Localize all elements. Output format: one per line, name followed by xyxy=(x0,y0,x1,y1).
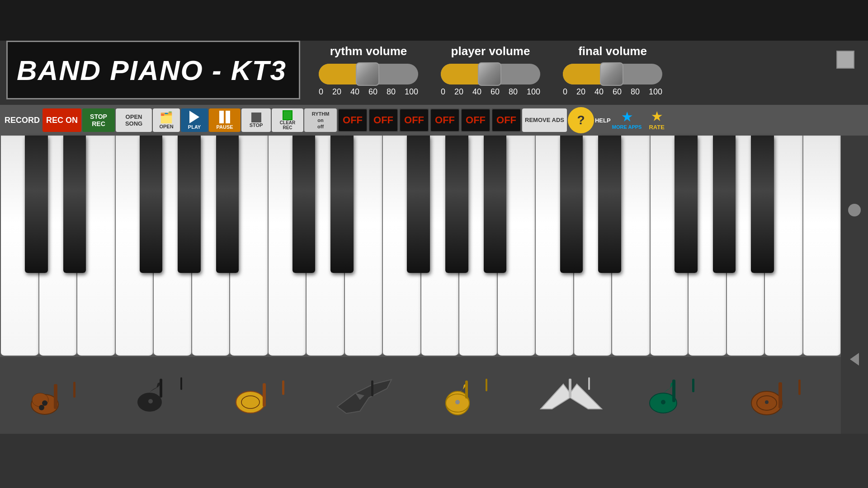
remove-ads-button[interactable]: REMOVE ADS xyxy=(522,108,567,132)
open-button[interactable]: 🗂️ OPEN xyxy=(153,108,180,132)
pause-button[interactable]: PAUSE xyxy=(209,108,241,132)
guitar-4[interactable] xyxy=(330,366,407,425)
guitar-sg-yellow-icon xyxy=(436,373,508,418)
final-volume-slider[interactable] xyxy=(563,64,662,84)
player-volume-label: player volume xyxy=(451,44,530,58)
rec-on-button[interactable]: REC ON xyxy=(42,108,81,132)
off-button-5[interactable]: OFF xyxy=(461,108,491,132)
guitar-flying-v-icon xyxy=(538,373,611,418)
player-scale: 0 20 40 60 80 100 xyxy=(441,87,540,97)
player-slider-fill xyxy=(441,64,482,84)
black-key-11[interactable] xyxy=(598,136,621,273)
svg-rect-2 xyxy=(54,384,57,409)
guitar-2[interactable] xyxy=(125,366,202,425)
svg-rect-26 xyxy=(672,380,675,402)
toolbar: RECORD REC ON STOPREC OPENSONG 🗂️ OPEN P… xyxy=(0,105,868,136)
svg-rect-3 xyxy=(73,382,75,398)
player-volume-slider[interactable] xyxy=(441,64,540,84)
player-slider-thumb[interactable] xyxy=(478,62,501,86)
guitar-6[interactable] xyxy=(536,366,613,425)
final-slider-thumb[interactable] xyxy=(600,62,623,86)
svg-rect-12 xyxy=(263,383,266,407)
guitar-8[interactable] xyxy=(742,366,819,425)
guitar-3[interactable] xyxy=(228,366,305,425)
more-apps-button[interactable]: ★ MORE APPS xyxy=(612,108,642,132)
guitar-1[interactable] xyxy=(22,366,99,425)
svg-rect-32 xyxy=(798,380,801,395)
svg-rect-27 xyxy=(692,379,694,392)
rate-button[interactable]: ★ RATE xyxy=(643,108,670,132)
final-volume-label: final volume xyxy=(578,44,647,58)
off-button-1[interactable]: OFF xyxy=(338,108,368,132)
rythm-volume-label: rythm volume xyxy=(330,44,407,58)
scroll-dot xyxy=(848,204,861,216)
help-button[interactable]: ? xyxy=(568,107,594,133)
rythm-volume-slider[interactable] xyxy=(319,64,418,84)
final-volume-group: final volume 0 20 40 60 80 100 xyxy=(552,41,674,97)
stop-rec-button[interactable]: STOPREC xyxy=(82,108,115,132)
rythm-volume-group: rythm volume 0 20 40 60 80 100 xyxy=(307,41,429,97)
svg-point-10 xyxy=(236,391,265,413)
guitar-semi-hollow-2-icon xyxy=(744,373,816,418)
app-title: BAND PIANO - KT3 xyxy=(17,54,287,86)
black-key-6[interactable] xyxy=(330,136,354,273)
pause-icon xyxy=(219,111,230,123)
svg-rect-15 xyxy=(371,380,373,396)
guitar-les-paul-icon xyxy=(24,373,97,418)
black-key-3[interactable] xyxy=(140,136,163,273)
scroll-left-arrow[interactable] xyxy=(850,353,859,366)
black-key-8[interactable] xyxy=(407,136,430,273)
off-button-2[interactable]: OFF xyxy=(368,108,398,132)
guitar-7[interactable] xyxy=(639,366,716,425)
black-key-13[interactable] xyxy=(675,136,698,273)
black-key-15[interactable] xyxy=(751,136,774,273)
final-scale: 0 20 40 60 80 100 xyxy=(563,87,662,97)
svg-point-21 xyxy=(455,400,460,404)
white-key-21[interactable] xyxy=(803,136,841,357)
off-button-6[interactable]: OFF xyxy=(491,108,521,132)
black-key-14[interactable] xyxy=(713,136,736,273)
open-song-button[interactable]: OPENSONG xyxy=(116,108,152,132)
small-square-button[interactable] xyxy=(836,51,854,69)
record-label: RECORD xyxy=(5,116,40,125)
title-bar: BAND PIANO - KT3 xyxy=(6,41,300,99)
stop-icon xyxy=(251,113,261,122)
rythm-toggle-button[interactable]: RYTHMonoff xyxy=(304,108,337,132)
stop-button[interactable]: STOP xyxy=(241,108,271,132)
svg-point-33 xyxy=(765,400,769,404)
player-volume-group: player volume 0 20 40 60 80 100 xyxy=(429,41,552,97)
svg-rect-7 xyxy=(160,379,162,398)
guitar-5[interactable] xyxy=(434,366,510,425)
svg-rect-23 xyxy=(569,379,571,398)
black-key-0[interactable] xyxy=(25,136,48,273)
black-key-1[interactable] xyxy=(63,136,86,273)
black-key-5[interactable] xyxy=(292,136,316,273)
guitar-semi-hollow-icon xyxy=(230,373,302,418)
keys-container xyxy=(0,136,841,357)
off-button-3[interactable]: OFF xyxy=(399,108,429,132)
black-key-10[interactable] xyxy=(484,136,507,273)
svg-marker-14 xyxy=(337,380,392,413)
clear-rec-button[interactable]: CLEARREC xyxy=(272,108,303,132)
clear-icon xyxy=(283,110,292,120)
svg-rect-24 xyxy=(588,377,590,390)
final-slider-fill xyxy=(563,64,604,84)
svg-rect-31 xyxy=(778,382,782,408)
guitar-bcrich-icon xyxy=(333,373,405,418)
off-button-4[interactable]: OFF xyxy=(430,108,460,132)
play-button[interactable]: PLAY xyxy=(181,108,208,132)
black-key-4[interactable] xyxy=(178,136,201,273)
svg-rect-13 xyxy=(282,380,284,395)
black-key-5[interactable] xyxy=(216,136,239,273)
black-key-10[interactable] xyxy=(560,136,583,273)
rythm-slider-thumb[interactable] xyxy=(356,62,379,86)
svg-point-28 xyxy=(661,400,665,404)
right-panel xyxy=(841,136,868,434)
guitar-row xyxy=(0,357,841,434)
svg-rect-8 xyxy=(180,377,182,390)
black-key-9[interactable] xyxy=(445,136,468,273)
star-blue-icon: ★ xyxy=(622,110,632,124)
rythm-scale: 0 20 40 60 80 100 xyxy=(319,87,418,97)
svg-rect-20 xyxy=(486,379,487,391)
svg-point-5 xyxy=(39,405,44,410)
